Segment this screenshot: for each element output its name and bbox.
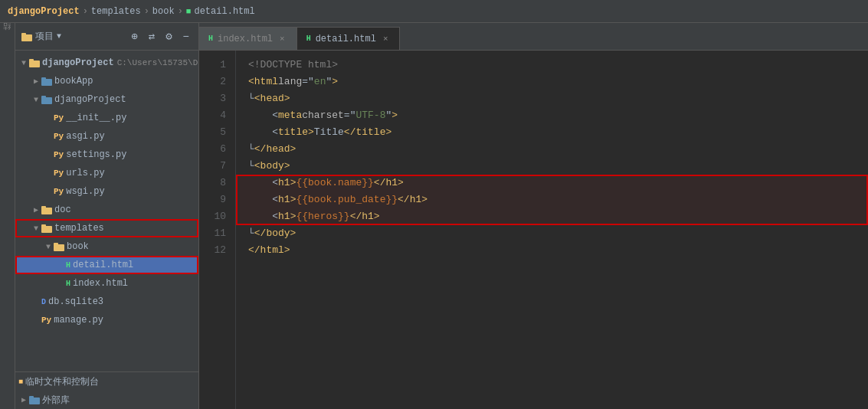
asgi-py-icon: Py [54, 132, 64, 141]
vertical-label-1[interactable]: 项 [2, 26, 13, 32]
minus-icon[interactable]: − [180, 29, 192, 44]
sep1: › [83, 6, 88, 17]
split-icon[interactable]: ⇄ [146, 28, 158, 44]
djangopkg-label: djangoProject [54, 94, 126, 105]
external-lib-icon [29, 395, 40, 404]
vertical-label-2[interactable]: 结 [2, 34, 13, 40]
svg-rect-5 [41, 77, 46, 80]
bookapp-label: bookApp [54, 76, 93, 87]
code-text: </html> [248, 242, 290, 259]
tree-item-djangopkg[interactable]: djangoProject [15, 90, 198, 109]
tree-item-external-lib[interactable]: 外部库 [15, 391, 198, 409]
project-label[interactable]: 项目 ▼ [21, 30, 61, 43]
tab-detail-html[interactable]: H detail.html × [297, 27, 401, 50]
gear-icon[interactable]: ⚙ [162, 28, 175, 44]
svg-rect-3 [29, 59, 34, 62]
code-line-1: <!DOCTYPE html> [248, 57, 856, 74]
svg-rect-13 [54, 243, 58, 246]
tree-item-manage[interactable]: Py manage.py [15, 311, 198, 329]
wsgi-py-icon: Py [54, 187, 64, 196]
tab-index-html-label: index.html [218, 34, 273, 44]
code-text: < [248, 74, 254, 90]
project-crumb: djangoProject [8, 6, 80, 17]
breadcrumb: djangoProject › templates › book › ■ det… [8, 6, 255, 17]
svg-rect-11 [41, 224, 46, 227]
dropdown-arrow: ▼ [57, 32, 61, 41]
folder-small-icon [21, 32, 32, 41]
detail-html-label: detail.html [73, 260, 133, 270]
tree-item-templates[interactable]: templates [15, 219, 198, 237]
asgi-label: asgi.py [66, 131, 104, 142]
tab-index-html-icon: H [208, 34, 213, 43]
db-icon: D [41, 298, 46, 306]
tree-item-detail-html[interactable]: H detail.html [15, 256, 198, 274]
tree-item-temp-console[interactable]: ■ 临时文件和控制台 [15, 372, 198, 391]
init-label: __init__.py [66, 113, 126, 123]
book-label: book [67, 241, 89, 252]
tree-item-book[interactable]: book [15, 237, 198, 256]
arrow-external [18, 394, 29, 405]
code-text: < [248, 107, 278, 124]
arrow-doc [31, 204, 41, 215]
code-line-8: <h1>{{book.name}}</h1> [248, 175, 856, 191]
code-line-9: <h1>{{book.pub_date}}</h1> [248, 191, 856, 208]
editor-tabs-bar: H index.html × H detail.html × [199, 23, 868, 51]
code-line-10: <h1>{{heros}}</h1> [248, 208, 856, 225]
tree-item-doc[interactable]: doc [15, 201, 198, 219]
tree-item-init[interactable]: Py __init__.py [15, 109, 198, 127]
tree-item-wsgi[interactable]: Py wsgi.py [15, 182, 198, 201]
wsgi-label: wsgi.py [66, 186, 104, 197]
code-line-4: <meta charset="UTF-8"> [248, 107, 856, 124]
doc-folder-icon [41, 205, 52, 214]
code-line-7: └<body> [248, 158, 856, 175]
tree-item-settings[interactable]: Py settings.py [15, 146, 198, 164]
tab-index-html[interactable]: H index.html × [199, 27, 297, 50]
tree-item-urls[interactable]: Py urls.py [15, 164, 198, 182]
title-bar: djangoProject › templates › book › ■ det… [0, 0, 868, 23]
tab-detail-html-icon: H [306, 34, 311, 43]
project-label-text: 项目 [35, 30, 54, 43]
svg-rect-1 [21, 33, 26, 36]
urls-label: urls.py [66, 168, 104, 178]
tree-item-db[interactable]: D db.sqlite3 [15, 293, 198, 311]
code-text: < [248, 175, 278, 191]
tree-item-index-html[interactable]: H index.html [15, 274, 198, 293]
arrow-book [43, 241, 54, 252]
tree-item-asgi[interactable]: Py asgi.py [15, 127, 198, 146]
urls-py-icon: Py [54, 169, 64, 178]
external-lib-label: 外部库 [42, 394, 70, 407]
sep2: › [144, 6, 149, 17]
tab-index-close[interactable]: × [277, 34, 287, 44]
globe-icon[interactable]: ⊕ [128, 28, 140, 44]
file-crumb: detail.html [194, 6, 254, 17]
tab-detail-html-label: detail.html [316, 34, 376, 44]
arrow-bookapp [31, 76, 41, 87]
sep3: › [178, 6, 183, 17]
file-icon-inline: ■ [186, 7, 192, 16]
djangopkg-folder-icon [41, 95, 52, 104]
editor-area: H index.html × H detail.html × 1 2 3 4 5… [199, 23, 868, 409]
tree-item-bookapp[interactable]: bookApp [15, 72, 198, 90]
sidebar-bottom: ■ 临时文件和控制台 外部库 [15, 371, 198, 409]
templates-crumb: templates [91, 6, 141, 17]
init-py-icon: Py [54, 113, 64, 123]
sidebar-toolbar: 项目 ▼ ⊕ ⇄ ⚙ − [15, 23, 198, 51]
svg-rect-15 [29, 396, 34, 399]
tree-item-root[interactable]: djangoProject C:\Users\15735\Desktop\Lin… [15, 54, 198, 72]
code-text: └ [248, 141, 254, 158]
code-area[interactable]: <!DOCTYPE html> <html lang="en"> └<head>… [236, 51, 868, 409]
root-folder-icon [29, 58, 40, 67]
code-text: └ [248, 158, 254, 175]
code-text: < [248, 208, 278, 225]
bookapp-folder-icon [41, 77, 52, 86]
settings-py-icon: Py [54, 150, 64, 159]
book-crumb: book [152, 6, 175, 17]
tab-detail-close[interactable]: × [381, 34, 391, 44]
templates-folder-icon [41, 224, 52, 233]
index-html-label: index.html [73, 278, 128, 289]
code-text: └ [248, 225, 254, 242]
manage-py-icon: Py [41, 316, 51, 325]
code-text: < [248, 124, 278, 141]
code-editor: 1 2 3 4 5 6 7 8 9 10 11 12 <!DOCTYPE htm… [199, 51, 868, 409]
file-tree: djangoProject C:\Users\15735\Desktop\Lin… [15, 51, 198, 371]
